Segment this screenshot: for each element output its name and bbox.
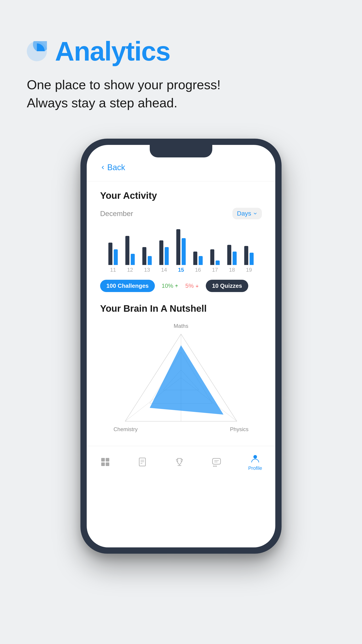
pct-down-stat: 5% [185,282,199,289]
bar-label-18: 18 [229,267,235,273]
bar-dark-11 [108,242,112,265]
bar-label-17: 17 [212,267,218,273]
bar-group-17: 17 [210,225,220,273]
grid-icon [100,456,111,467]
bar-label-15: 15 [178,267,184,273]
svg-rect-11 [106,462,109,466]
bar-label-19: 19 [246,267,252,273]
nav-item-profile[interactable]: Profile [248,453,262,471]
stats-row: 100 Challenges 10% 5% 10 Quizzes [100,280,262,292]
bar-group-11: 11 [108,225,118,273]
bar-group-15: 15 [176,225,186,273]
trophy-icon [174,456,185,467]
arrow-down-icon [195,284,199,288]
svg-rect-8 [101,458,105,462]
bar-label-16: 16 [195,267,201,273]
bar-dark-12 [125,236,129,265]
radar-label-maths: Maths [174,323,188,329]
nav-item-chat[interactable] [211,456,222,467]
phone-outer: Back Your Activity December Days [80,139,282,554]
bar-dark-17 [210,249,214,265]
radar-chart: Maths Chemis [100,321,262,437]
challenges-badge: 100 Challenges [100,280,155,292]
section-divider [87,181,275,181]
header-subtitle: One place to show your progress! Always … [27,76,335,112]
back-chevron-icon [100,165,105,170]
bar-dark-13 [142,247,146,265]
bar-blue-17 [216,260,220,265]
bar-group-14: 14 [159,225,169,273]
phone-mockup-container: Back Your Activity December Days [0,125,362,572]
pct-up-stat: 10% [162,282,179,289]
bar-label-13: 13 [144,267,150,273]
bar-blue-11 [114,249,118,265]
bar-blue-13 [148,256,152,265]
bar-dark-19 [244,246,248,265]
nav-item-trophy[interactable] [174,456,185,467]
phone-notch [150,145,212,158]
bar-blue-12 [131,254,135,265]
nav-item-home[interactable] [100,456,111,467]
activity-header: December Days [100,208,262,219]
bar-dark-16 [193,252,197,265]
bar-blue-15 [182,238,186,265]
radar-label-physics: Physics [230,426,249,432]
activity-section-title: Your Activity [100,190,262,201]
phone-screen: Back Your Activity December Days [87,145,275,548]
back-button[interactable]: Back [100,163,262,172]
month-label: December [100,210,133,218]
bar-group-16: 16 [193,225,203,273]
bar-label-11: 11 [110,267,116,273]
days-dropdown[interactable]: Days [232,208,262,219]
svg-rect-9 [106,458,109,462]
bar-dark-15 [176,229,180,265]
bar-label-12: 12 [127,267,133,273]
header-section: Analytics One place to show your progres… [0,0,362,125]
screen-inner: Back Your Activity December Days [87,145,275,437]
bar-group-18: 18 [227,225,237,273]
profile-icon [250,453,261,464]
bar-blue-14 [165,247,169,265]
quizzes-badge: 10 Quizzes [206,280,248,292]
svg-point-21 [253,455,257,459]
page-title: Analytics [55,36,170,67]
nav-item-book[interactable] [137,456,148,467]
bar-label-14: 14 [161,267,167,273]
bar-dark-18 [227,245,231,265]
bottom-nav: Profile [87,446,275,478]
bar-blue-18 [233,252,237,265]
bar-blue-16 [199,256,203,265]
arrow-up-icon [175,284,179,288]
brain-section-title: Your Brain In A Nutshell [100,303,262,314]
chevron-down-icon [253,211,257,216]
chat-icon [211,456,222,467]
bar-dark-14 [159,240,163,265]
title-row: Analytics [27,36,335,67]
radar-svg [116,327,246,430]
book-icon [137,456,148,467]
analytics-icon [27,41,47,61]
profile-nav-label: Profile [248,465,262,471]
bar-group-12: 12 [125,225,135,273]
bar-blue-19 [250,253,254,265]
bar-group-19: 19 [244,225,254,273]
bar-chart: 11 12 [100,228,262,273]
radar-label-chemistry: Chemistry [113,426,138,432]
svg-marker-7 [150,345,223,414]
bar-group-13: 13 [142,225,152,273]
svg-rect-18 [213,458,221,464]
svg-rect-10 [101,462,105,466]
